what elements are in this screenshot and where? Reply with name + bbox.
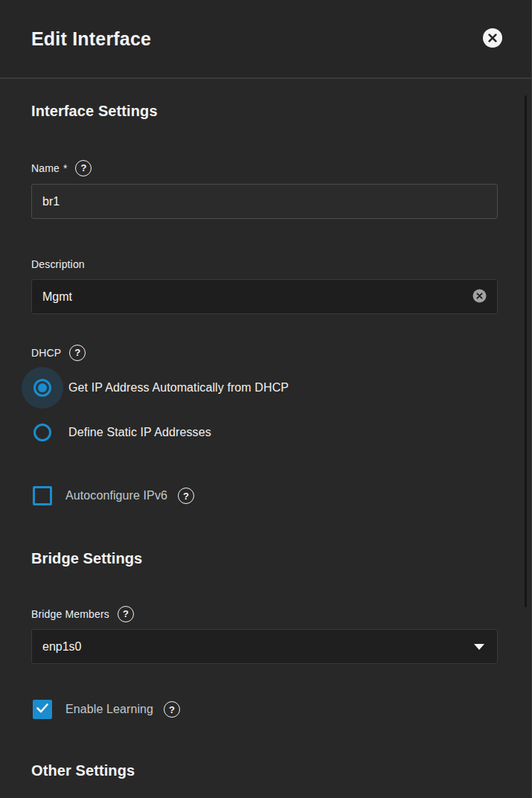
description-label-row: Description: [31, 258, 497, 270]
name-label-row: Name * ?: [31, 159, 497, 176]
drawer-body: Interface Settings Name * ? br1 Descript…: [0, 101, 531, 780]
autoconfigure-ipv6-row[interactable]: Autoconfigure IPv6 ?: [31, 486, 497, 505]
dhcp-radio-group: Get IP Address Automatically from DHCP D…: [31, 367, 497, 450]
scrollbar-thumb[interactable]: [525, 95, 527, 607]
help-icon[interactable]: ?: [75, 160, 92, 176]
radio-label: Get IP Address Automatically from DHCP: [68, 381, 289, 395]
radio-button-selected[interactable]: [33, 379, 51, 397]
autoconfigure-ipv6-label: Autoconfigure IPv6: [65, 489, 167, 502]
radio-focus-halo: [22, 367, 63, 409]
enable-learning-label: Enable Learning: [65, 703, 153, 716]
radio-button-unselected[interactable]: [33, 424, 51, 441]
description-input-value: Mgmt: [42, 290, 472, 304]
checkbox-checked[interactable]: [33, 700, 52, 719]
edit-interface-drawer: Edit Interface Interface Settings Name *…: [0, 0, 532, 798]
help-icon[interactable]: ?: [69, 345, 86, 361]
help-icon[interactable]: ?: [164, 701, 180, 718]
drawer-title: Edit Interface: [31, 28, 482, 50]
help-icon[interactable]: ?: [178, 488, 194, 504]
chevron-down-icon: [473, 643, 485, 651]
dhcp-label: DHCP: [31, 347, 61, 359]
radio-option-dhcp-auto[interactable]: Get IP Address Automatically from DHCP: [31, 367, 497, 409]
clear-description-button[interactable]: [472, 290, 487, 304]
checkbox-unchecked[interactable]: [33, 486, 52, 505]
section-heading-bridge-settings: Bridge Settings: [31, 549, 497, 568]
bridge-members-label-row: Bridge Members ?: [31, 605, 497, 622]
name-input-value: br1: [42, 195, 487, 208]
radio-option-static-ip[interactable]: Define Static IP Addresses: [31, 415, 497, 450]
description-input[interactable]: Mgmt: [31, 279, 498, 314]
checkmark-icon: [36, 703, 48, 716]
enable-learning-row[interactable]: Enable Learning ?: [31, 700, 497, 719]
close-icon: [482, 28, 503, 51]
bridge-members-dropdown[interactable]: enp1s0: [31, 629, 498, 664]
dhcp-label-row: DHCP ?: [31, 344, 497, 361]
bridge-members-selected-value: enp1s0: [42, 640, 473, 654]
section-heading-other-settings: Other Settings: [31, 761, 497, 780]
section-heading-interface-settings: Interface Settings: [31, 101, 497, 121]
drawer-header: Edit Interface: [0, 0, 531, 79]
x-circle-icon: [472, 289, 487, 305]
name-label: Name: [31, 162, 60, 174]
description-label: Description: [31, 258, 85, 270]
radio-label: Define Static IP Addresses: [68, 426, 211, 439]
bridge-members-label: Bridge Members: [31, 608, 109, 620]
name-input[interactable]: br1: [31, 184, 498, 219]
close-button[interactable]: [482, 28, 503, 49]
required-marker: *: [63, 162, 67, 174]
help-icon[interactable]: ?: [118, 606, 134, 622]
